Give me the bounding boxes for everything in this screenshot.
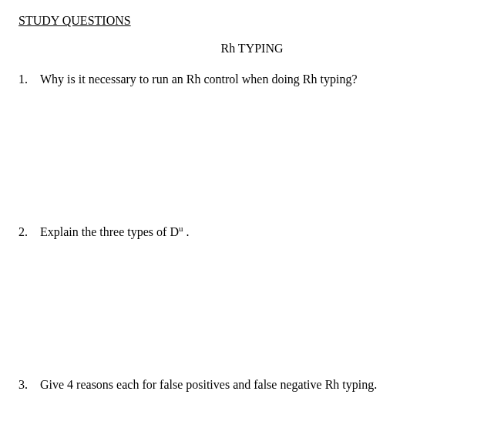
question-number: 1. bbox=[18, 72, 40, 86]
section-header: STUDY QUESTIONS bbox=[18, 14, 486, 28]
question-number: 3. bbox=[18, 378, 40, 392]
question-item: 1. Why is it necessary to run an Rh cont… bbox=[18, 72, 486, 86]
question-number: 2. bbox=[18, 225, 40, 239]
question-text: Why is it necessary to run an Rh control… bbox=[40, 72, 486, 86]
question-text-suffix: . bbox=[183, 225, 189, 238]
question-list: 1. Why is it necessary to run an Rh cont… bbox=[18, 72, 486, 392]
question-item: 3. Give 4 reasons each for false positiv… bbox=[18, 378, 486, 392]
page-title: Rh TYPING bbox=[18, 42, 486, 56]
question-text-prefix: Explain the three types of D bbox=[40, 225, 179, 238]
question-text: Give 4 reasons each for false positives … bbox=[40, 378, 486, 392]
question-text: Explain the three types of Du . bbox=[40, 225, 486, 239]
question-item: 2. Explain the three types of Du . bbox=[18, 225, 486, 239]
